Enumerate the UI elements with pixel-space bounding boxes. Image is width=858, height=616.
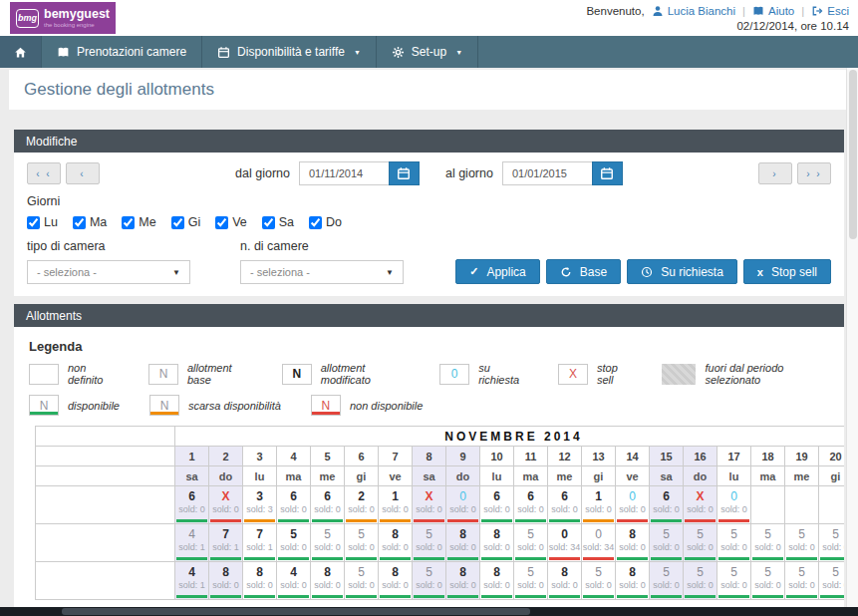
- allotment-cell[interactable]: 5sold: 0: [514, 562, 548, 600]
- allotment-cell[interactable]: 5sold: 0: [514, 524, 548, 562]
- allotment-cell[interactable]: 5sold: 0: [345, 562, 379, 600]
- allotment-cell[interactable]: 5sold: 0: [582, 562, 616, 600]
- on-request-button[interactable]: Su richiesta: [627, 259, 737, 284]
- allotment-cell[interactable]: 8sold: 0: [446, 562, 480, 600]
- allotment-cell[interactable]: 5sold: 0: [785, 562, 819, 600]
- nav-disponibilita-tariffe[interactable]: Disponibilità e tariffe ▼: [202, 36, 377, 68]
- allotment-cell[interactable]: 6sold: 0: [548, 486, 582, 524]
- room-count-select[interactable]: - seleziona - ▼: [240, 260, 404, 284]
- allotment-cell[interactable]: 8sold: 0: [209, 562, 243, 600]
- day-checkbox-lu[interactable]: Lu: [27, 215, 58, 229]
- allotment-cell[interactable]: 5sold: 0: [650, 524, 684, 562]
- horizontal-scrollbar[interactable]: [0, 607, 858, 616]
- allotment-cell[interactable]: 5sold: 0: [717, 524, 751, 562]
- allotment-cell[interactable]: 5sold: 0: [413, 524, 446, 562]
- day-checkbox-input-me[interactable]: [122, 216, 135, 229]
- allotment-cell[interactable]: 6sold: 0: [311, 486, 345, 524]
- vertical-scrollbar-thumb[interactable]: [849, 70, 857, 239]
- nav-prenotazioni-camere[interactable]: Prenotazioni camere: [42, 36, 202, 68]
- allotment-cell[interactable]: 5sold: 0: [717, 562, 751, 600]
- page-back-button[interactable]: ‹: [66, 162, 100, 184]
- allotment-cell[interactable]: Xsold: 0: [684, 486, 717, 524]
- section-modifiche: Modifiche ‹ ‹ ‹ dal giorno: [14, 130, 844, 296]
- allotment-cell[interactable]: 5sold: 0: [684, 562, 717, 600]
- allotment-cell[interactable]: 6sold: 0: [480, 486, 514, 524]
- allotment-cell[interactable]: 8sold: 0: [379, 562, 413, 600]
- allotment-cell[interactable]: 6sold: 0: [514, 486, 548, 524]
- allotment-cell[interactable]: 8sold: 0: [243, 562, 277, 600]
- to-date-calendar-button[interactable]: [592, 161, 623, 185]
- allotment-cell[interactable]: Xsold: 0: [209, 486, 243, 524]
- allotment-cell[interactable]: 0sold: 34: [582, 524, 616, 562]
- day-checkbox-input-gi[interactable]: [171, 216, 184, 229]
- from-date-calendar-button[interactable]: [389, 161, 420, 185]
- allotment-cell[interactable]: 3sold: 3: [243, 486, 277, 524]
- allotment-cell[interactable]: 5sold: 0: [311, 524, 345, 562]
- nav-home[interactable]: [0, 36, 42, 68]
- allotment-cell[interactable]: 6sold: 0: [650, 486, 684, 524]
- allotment-cell[interactable]: 8sold: 0: [379, 524, 413, 562]
- allotment-cell[interactable]: 5sold: 0: [819, 562, 845, 600]
- allotment-cell[interactable]: Xsold: 0: [413, 486, 446, 524]
- day-checkbox-input-ma[interactable]: [73, 216, 86, 229]
- allotment-cell[interactable]: 5sold: 0: [684, 524, 717, 562]
- nav-setup[interactable]: Set-up ▼: [377, 36, 478, 68]
- day-checkbox-me[interactable]: Me: [122, 215, 155, 229]
- allotment-cell[interactable]: 5sold: 0: [345, 524, 379, 562]
- allotment-cell[interactable]: 5sold: 0: [413, 562, 446, 600]
- allotment-cell[interactable]: 5sold: 0: [785, 524, 819, 562]
- room-type-select[interactable]: - seleziona - ▼: [27, 260, 190, 284]
- allotment-cell[interactable]: 8sold: 0: [446, 524, 480, 562]
- page-forward-fast-button[interactable]: › ›: [797, 162, 831, 184]
- allotment-cell[interactable]: 2sold: 0: [345, 486, 379, 524]
- allotment-cell[interactable]: 8sold: 0: [311, 562, 345, 600]
- logout-link[interactable]: Esci: [811, 5, 849, 17]
- allotment-cell[interactable]: 4sold: 0: [277, 562, 311, 600]
- allotment-cell[interactable]: 5sold: 0: [751, 524, 785, 562]
- allotment-cell[interactable]: 6sold: 0: [277, 486, 311, 524]
- allotment-cell[interactable]: 7sold: 1: [243, 524, 277, 562]
- day-checkbox-input-sa[interactable]: [262, 216, 275, 229]
- allotment-cell[interactable]: 5sold: 0: [277, 524, 311, 562]
- stop-sell-button[interactable]: x Stop sell: [743, 259, 831, 284]
- allotment-cell[interactable]: 0sold: 0: [717, 486, 751, 524]
- base-button[interactable]: Base: [546, 259, 621, 284]
- room-row-doppia: Doppia6sold: 0Xsold: 03sold: 36sold: 06s…: [36, 486, 845, 524]
- allotment-cell[interactable]: 8sold: 0: [548, 562, 582, 600]
- from-date-input[interactable]: [299, 161, 389, 185]
- allotment-cell[interactable]: 0sold: 0: [616, 486, 650, 524]
- vertical-scrollbar[interactable]: [846, 68, 858, 607]
- allotment-cell[interactable]: 0sold: 0: [446, 486, 480, 524]
- allotment-cell[interactable]: 6sold: 0: [175, 486, 209, 524]
- day-checkbox-sa[interactable]: Sa: [262, 215, 294, 229]
- allotment-cell[interactable]: 1sold: 0: [379, 486, 413, 524]
- day-checkbox-gi[interactable]: Gi: [171, 215, 201, 229]
- day-checkbox-input-lu[interactable]: [27, 216, 40, 229]
- allotment-cell[interactable]: 8sold: 0: [616, 524, 650, 562]
- allotment-cell[interactable]: 4sold: 1: [175, 562, 209, 600]
- allotment-cell[interactable]: 7sold: 1: [209, 524, 243, 562]
- horizontal-scrollbar-thumb[interactable]: [62, 608, 530, 615]
- app-logo[interactable]: bmg bemyguest the booking engine: [10, 2, 116, 34]
- allotment-cell[interactable]: 8sold: 0: [480, 524, 514, 562]
- allotment-cell[interactable]: 4sold: 1: [175, 524, 209, 562]
- allotment-cell[interactable]: 1sold: 0: [582, 486, 616, 524]
- day-checkbox-ve[interactable]: Ve: [215, 215, 247, 229]
- allotment-cell[interactable]: 8sold: 0: [480, 562, 514, 600]
- allotment-cell[interactable]: 5sold: 0: [819, 524, 845, 562]
- help-link[interactable]: Aiuto: [752, 5, 794, 17]
- day-checkbox-input-do[interactable]: [309, 216, 322, 229]
- apply-button[interactable]: ✓ Applica: [455, 259, 540, 284]
- allotment-cell[interactable]: 5sold: 0: [650, 562, 684, 600]
- day-checkbox-ma[interactable]: Ma: [73, 215, 107, 229]
- page-back-fast-button[interactable]: ‹ ‹: [27, 162, 61, 184]
- allotment-cell[interactable]: 8sold: 0: [616, 562, 650, 600]
- day-checkbox-input-ve[interactable]: [215, 216, 228, 229]
- allotment-cell[interactable]: 5sold: 0: [751, 562, 785, 600]
- day-number-9: 9: [446, 447, 480, 466]
- user-link[interactable]: Lucia Bianchi: [652, 5, 735, 17]
- page-forward-button[interactable]: ›: [758, 162, 792, 184]
- to-date-input[interactable]: [502, 161, 592, 185]
- day-checkbox-do[interactable]: Do: [309, 215, 342, 229]
- allotment-cell[interactable]: 0sold: 34: [548, 524, 582, 562]
